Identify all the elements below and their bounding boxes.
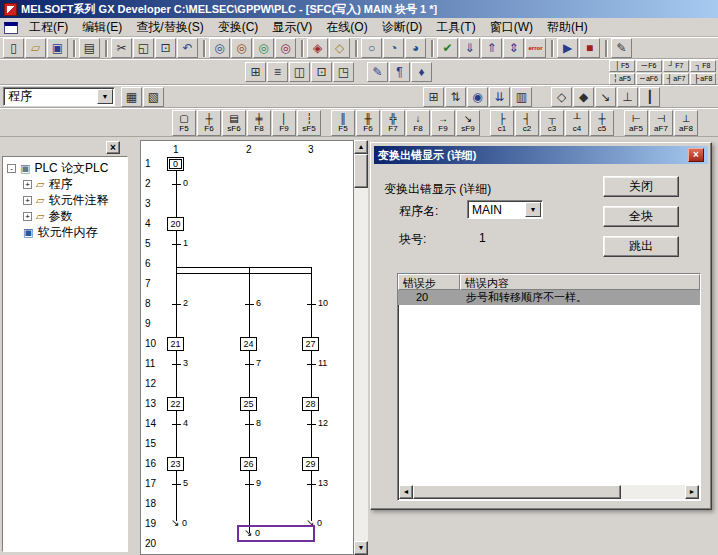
copy-button[interactable]: ◱: [133, 38, 154, 58]
sfc-step[interactable]: 26: [240, 457, 257, 471]
expand-icon[interactable]: +: [23, 212, 32, 221]
block-list-button[interactable]: ▦: [121, 87, 142, 107]
sfc-auto-scroll-button[interactable]: ⇊: [489, 87, 510, 107]
tree-item-root[interactable]: -▣PLC 论文PLC: [3, 160, 127, 176]
jump-to-error-button[interactable]: 跳出: [603, 236, 679, 257]
sfc-step[interactable]: 20: [167, 217, 184, 231]
find-instruction-button[interactable]: ◎: [231, 38, 252, 58]
sfc-af5-button[interactable]: ⊢aF5: [624, 110, 648, 136]
program-name-select[interactable]: MAIN ▼: [467, 200, 543, 219]
close-dialog-button[interactable]: 关闭: [603, 176, 679, 197]
cross-reference-button[interactable]: ◈: [307, 38, 328, 58]
menu-item-project[interactable]: 工程(F): [22, 17, 75, 38]
sfc-jump-sf9-button[interactable]: ↘sF9: [456, 110, 480, 136]
hline-delete-af6-button[interactable]: ╌aF6: [636, 73, 662, 85]
sfc-step[interactable]: 28: [302, 397, 319, 411]
sfc-select-branch-f6-button[interactable]: ╫F6: [356, 110, 380, 136]
print-button[interactable]: ▤: [79, 38, 100, 58]
sfc-transition[interactable]: 5: [172, 477, 198, 491]
cut-button[interactable]: ✂: [111, 38, 132, 58]
sfc-step[interactable]: 25: [240, 397, 257, 411]
tree-item-child-2[interactable]: +▱参数: [3, 208, 127, 224]
sfc-selection-cursor[interactable]: [237, 525, 315, 542]
all-blocks-button[interactable]: 全块: [603, 206, 679, 227]
sfc-transition[interactable]: 2: [172, 297, 198, 311]
sfc-step-f5-button[interactable]: ▢F5: [172, 110, 196, 136]
rung-right-af8-button[interactable]: ├aF8: [690, 73, 716, 85]
dropdown-icon[interactable]: ▼: [97, 89, 113, 104]
sfc-editor[interactable]: 1231234567891011121314151617181920012610…: [140, 140, 354, 555]
find-device-button[interactable]: ◎: [209, 38, 230, 58]
sfc-step[interactable]: 0: [167, 157, 184, 171]
sfc-transition[interactable]: 1: [172, 237, 198, 251]
monitor-stop-button[interactable]: ■: [579, 38, 600, 58]
zoom-comment-button[interactable]: ◕: [405, 38, 426, 58]
zoom-ladder-button[interactable]: ○: [361, 38, 382, 58]
sfc-jump-f8-button[interactable]: ↓F8: [406, 110, 430, 136]
menu-item-tools[interactable]: 工具(T): [429, 17, 482, 38]
sfc-transition[interactable]: 10: [307, 297, 333, 311]
line-up-f7-button[interactable]: ┘F7: [663, 60, 689, 72]
collapse-icon[interactable]: -: [7, 164, 16, 173]
sfc-step[interactable]: 21: [167, 337, 184, 351]
tree-item-child-1[interactable]: +▱软元件注释: [3, 192, 127, 208]
sfc-rule-f8-button[interactable]: ╪F8: [247, 110, 271, 136]
expand-icon[interactable]: +: [23, 180, 32, 189]
expand-icon[interactable]: +: [23, 196, 32, 205]
menu-item-help[interactable]: 帮助(H): [540, 17, 595, 38]
sfc-transition[interactable]: 0: [172, 177, 198, 191]
sfc-af8-button[interactable]: ⊥aF8: [674, 110, 698, 136]
scroll-down-icon[interactable]: ▼: [354, 541, 368, 555]
sfc-step[interactable]: 24: [240, 337, 257, 351]
sfc-transition[interactable]: 8: [245, 417, 271, 431]
save-button[interactable]: ▣: [47, 38, 68, 58]
scroll-right-icon[interactable]: ►: [685, 485, 699, 499]
sfc-block-sf6-button[interactable]: ▤sF6: [222, 110, 246, 136]
replace-device-button[interactable]: ◎: [275, 38, 296, 58]
vline-write-f5-button[interactable]: │F5: [609, 60, 635, 72]
sfc-dummy-sf5-button[interactable]: ┆sF5: [297, 110, 321, 136]
hscroll-thumb[interactable]: [413, 485, 621, 499]
menu-item-online[interactable]: 在线(O): [319, 17, 374, 38]
sfc-transition[interactable]: 13: [307, 477, 333, 491]
sfc-transition[interactable]: 3: [172, 357, 198, 371]
error-table-hscrollbar[interactable]: ◄ ►: [399, 485, 699, 499]
monitor-start-button[interactable]: ▶: [557, 38, 578, 58]
sfc-parallel-branch-f7-button[interactable]: ╬F7: [381, 110, 405, 136]
sfc-step[interactable]: 23: [167, 457, 184, 471]
error-row[interactable]: 20步号和转移顺序不一样。: [398, 290, 700, 305]
sfc-c2-button[interactable]: ┤c2: [515, 110, 539, 136]
sfc-af7-button[interactable]: ⊣aF7: [649, 110, 673, 136]
dialog-close-button[interactable]: ×: [688, 148, 704, 162]
instruction-list-mode-button[interactable]: ≡: [267, 62, 288, 82]
sfc-vline-f9-button[interactable]: │F9: [272, 110, 296, 136]
sfc-transition[interactable]: 7: [245, 357, 271, 371]
sfc-transition[interactable]: 6: [245, 297, 271, 311]
sfc-all-display-button[interactable]: ▥: [511, 87, 532, 107]
plc-write-button[interactable]: ⇓: [459, 38, 480, 58]
sfc-series-f5-button[interactable]: ║F5: [331, 110, 355, 136]
undo-button[interactable]: ↶: [177, 38, 198, 58]
end-step-write-button[interactable]: ⊥: [617, 87, 638, 107]
menu-item-window[interactable]: 窗口(W): [483, 17, 540, 38]
display-all-button[interactable]: ◳: [333, 62, 354, 82]
sfc-vertical-scrollbar[interactable]: ▲ ▼: [354, 140, 368, 555]
zoom-instruction-button[interactable]: ◔: [383, 38, 404, 58]
sfc-transition[interactable]: 4: [172, 417, 198, 431]
comment-edit-button[interactable]: ✎: [611, 38, 632, 58]
dummy-step-button[interactable]: ◆: [573, 87, 594, 107]
plc-verify-button[interactable]: ⇕: [503, 38, 524, 58]
program-check-button[interactable]: ✔: [437, 38, 458, 58]
comment-display-button[interactable]: ✎: [367, 62, 388, 82]
ladder-mode-button[interactable]: ⊞: [245, 62, 266, 82]
sfc-step[interactable]: 27: [302, 337, 319, 351]
document-window-icon[interactable]: [4, 22, 18, 34]
sfc-block-zoom-button[interactable]: ⊞: [423, 87, 444, 107]
sfc-jump[interactable]: ↘0: [171, 517, 197, 531]
sfc-step[interactable]: 22: [167, 397, 184, 411]
line-down-f8-button[interactable]: ┐F8: [690, 60, 716, 72]
sfc-step[interactable]: 29: [302, 457, 319, 471]
sfc-c5-button[interactable]: ┼c5: [590, 110, 614, 136]
rule-write-button[interactable]: ┃: [639, 87, 660, 107]
tree-close-icon[interactable]: ×: [106, 141, 120, 154]
